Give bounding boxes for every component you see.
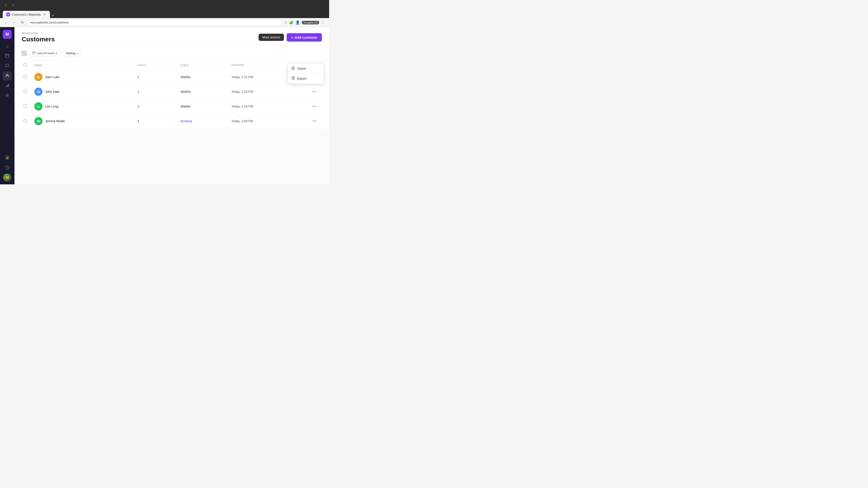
row-actions-cell: ••• [307, 85, 322, 99]
table-row[interactable]: LL Lee Long 1 Waitlist Today, 2:19 PM ••… [22, 99, 322, 114]
row-more-button[interactable]: ••• [310, 103, 318, 110]
table-header-name: NAME [31, 61, 133, 70]
row-visits-cell: 1 [133, 99, 177, 114]
tab-close-button[interactable]: ✕ [43, 13, 46, 16]
table-header-state: STATE [177, 61, 228, 70]
time-filter-button[interactable]: Last 24 hours ▾ [29, 50, 60, 57]
header-right: More actions + Add customer [258, 33, 322, 41]
customer-avatar: JM [34, 117, 42, 125]
main-content: Moodjoy7434 Customers More actions + Add… [14, 27, 329, 184]
select-all-checkbox[interactable] [24, 64, 26, 66]
row-more-button[interactable]: ••• [310, 118, 318, 125]
row-checkbox[interactable] [24, 90, 26, 93]
forward-button[interactable]: → [11, 20, 17, 26]
profile-icon[interactable]: 👤 [296, 20, 300, 25]
bookmark-icon[interactable]: ☆ [284, 20, 287, 25]
new-tab-button[interactable]: + [50, 13, 56, 18]
row-updated-cell: Today, 2:20 PM [228, 85, 307, 99]
svg-rect-7 [8, 84, 9, 87]
browser-forward-button[interactable]: › [10, 2, 16, 8]
table-row[interactable]: JM Jemina Madie 3 Booking Today, 2:06 PM… [22, 114, 322, 129]
table-row[interactable]: JD John Dale 1 Waitlist Today, 2:20 PM •… [22, 85, 322, 99]
sidebar-item-settings[interactable] [3, 91, 12, 100]
dropdown-menu: Import Export [287, 63, 324, 84]
sidebar-item-customers[interactable] [3, 71, 12, 80]
customers-icon [5, 73, 9, 79]
address-bar[interactable]: new.waitwhile.com/customers [27, 20, 282, 26]
sidebar: M ⌂ [0, 27, 14, 184]
incognito-badge: Incognito (2) [302, 21, 319, 24]
sidebar-item-analytics[interactable] [3, 81, 12, 90]
settings-icon [5, 93, 9, 99]
svg-rect-0 [5, 54, 9, 57]
add-customer-label: Add customer [294, 35, 317, 39]
row-checkbox-cell [22, 70, 31, 85]
reload-button[interactable]: ↻ [19, 20, 25, 26]
url-text: new.waitwhile.com/customers [30, 21, 69, 24]
updated-value: Today, 2:22 PM [231, 75, 253, 79]
customer-cell: JM Jemina Madie [34, 117, 130, 125]
row-state-cell: Booking [177, 114, 228, 129]
table-header-row: NAME VISITS STATE UPDATED ↕ [22, 61, 322, 70]
more-actions-button[interactable]: More actions [258, 34, 284, 41]
svg-text:?: ? [6, 166, 8, 169]
sidebar-item-bolt[interactable]: ⚡ [3, 154, 12, 163]
add-customer-button[interactable]: + Add customer [287, 33, 322, 41]
menu-icon[interactable]: ⋮ [321, 20, 324, 25]
svg-text:⚡: ⚡ [6, 156, 9, 160]
tab-title: Customers | Waitwhile [12, 13, 41, 16]
row-checkbox[interactable] [24, 119, 26, 122]
state-value: Booking [181, 119, 192, 123]
customer-name: Jemina Madie [45, 119, 65, 123]
import-label: Import [297, 67, 306, 70]
dropdown-export-item[interactable]: Export [288, 74, 323, 84]
sidebar-item-help[interactable]: ? [3, 164, 12, 173]
customer-cell: LL Lee Long [34, 102, 130, 110]
browser-back-button[interactable]: ‹ [3, 2, 9, 8]
updated-value: Today, 2:19 PM [231, 105, 253, 108]
row-checkbox[interactable] [24, 105, 26, 107]
status-filter-button[interactable]: Waiting ▾ [63, 50, 81, 57]
sidebar-org-avatar[interactable]: M [3, 30, 12, 39]
time-filter-label: Last 24 hours [37, 52, 55, 55]
app-container: M ⌂ [0, 27, 329, 184]
export-label: Export [297, 77, 306, 80]
row-updated-cell: Today, 2:19 PM [228, 99, 307, 114]
dropdown-import-item[interactable]: Import [288, 64, 323, 74]
sidebar-item-messages[interactable] [3, 61, 12, 70]
org-name: Moodjoy7434 [22, 32, 55, 35]
customer-cell: JD John Dale [34, 88, 130, 96]
extensions-icon[interactable]: 🧩 [289, 20, 293, 25]
row-more-button[interactable]: ••• [310, 89, 318, 95]
customer-name: John Dale [45, 90, 59, 94]
search-button[interactable] [22, 51, 27, 56]
row-checkbox[interactable] [24, 75, 26, 78]
back-button[interactable]: ← [3, 20, 9, 26]
page-header: Moodjoy7434 Customers More actions + Add… [14, 27, 329, 46]
updated-value: Today, 2:06 PM [231, 119, 253, 123]
tab-bar: W Customers | Waitwhile ✕ + [0, 10, 329, 18]
sidebar-user-avatar[interactable]: 🐱 [3, 173, 11, 182]
sidebar-avatar-text: M [6, 32, 9, 37]
row-actions-cell: ••• [307, 114, 322, 129]
row-name-cell: JM Jemina Madie [31, 114, 133, 129]
customer-avatar: SL [34, 73, 42, 81]
sidebar-item-calendar[interactable] [3, 52, 12, 61]
row-name-cell: LL Lee Long [31, 99, 133, 114]
toolbar: Last 24 hours ▾ Waiting ▾ [14, 46, 329, 61]
address-bar-row: ← → ↻ new.waitwhile.com/customers ☆ 🧩 👤 … [0, 18, 329, 27]
table-row[interactable]: SL Sam Luke 1 Waitlist Today, 2:22 PM ••… [22, 70, 322, 85]
browser-nav-controls: ‹ › [3, 2, 16, 8]
browser-chrome: ‹ › [0, 0, 329, 10]
customers-table: NAME VISITS STATE UPDATED ↕ [22, 61, 322, 129]
visits-value: 1 [137, 90, 139, 94]
visits-value: 1 [137, 75, 139, 79]
customer-avatar: LL [34, 102, 42, 110]
sidebar-item-home[interactable]: ⌂ [3, 41, 12, 51]
incognito-label: Incognito (2) [304, 21, 317, 24]
browser-tab-active[interactable]: W Customers | Waitwhile ✕ [3, 11, 50, 18]
export-icon [291, 76, 295, 81]
add-icon: + [291, 35, 293, 39]
status-filter-chevron-icon: ▾ [77, 52, 79, 55]
row-checkbox-cell [22, 85, 31, 99]
